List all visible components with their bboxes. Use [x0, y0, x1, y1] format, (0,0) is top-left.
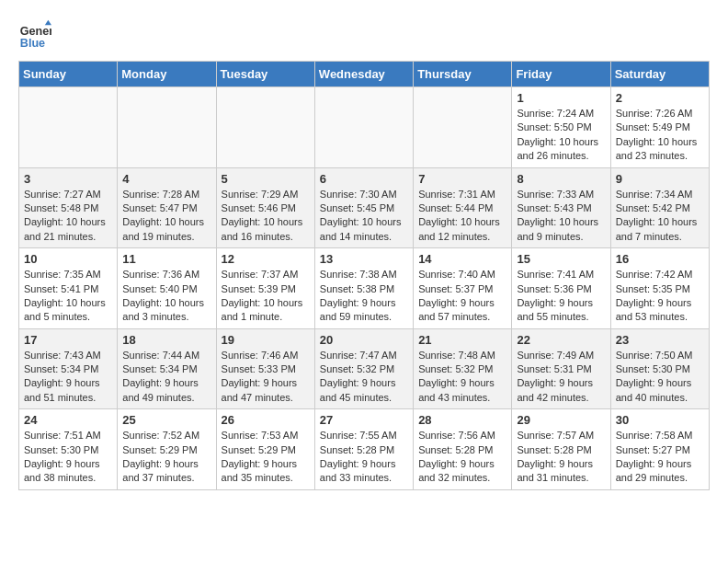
- day-cell: 14Sunrise: 7:40 AM Sunset: 5:37 PM Dayli…: [414, 248, 512, 329]
- day-number: 27: [320, 413, 408, 427]
- day-cell: 24Sunrise: 7:51 AM Sunset: 5:30 PM Dayli…: [19, 409, 118, 490]
- day-cell: 23Sunrise: 7:50 AM Sunset: 5:30 PM Dayli…: [610, 328, 709, 409]
- day-number: 11: [122, 252, 210, 266]
- day-info: Sunrise: 7:40 AM Sunset: 5:37 PM Dayligh…: [418, 268, 506, 325]
- week-row-3: 10Sunrise: 7:35 AM Sunset: 5:41 PM Dayli…: [19, 248, 710, 329]
- logo-icon: General Blue: [18, 18, 51, 52]
- day-cell: 10Sunrise: 7:35 AM Sunset: 5:41 PM Dayli…: [19, 248, 118, 329]
- day-number: 13: [320, 252, 408, 266]
- day-info: Sunrise: 7:28 AM Sunset: 5:47 PM Dayligh…: [122, 188, 210, 245]
- day-info: Sunrise: 7:43 AM Sunset: 5:34 PM Dayligh…: [24, 349, 112, 406]
- day-info: Sunrise: 7:34 AM Sunset: 5:42 PM Dayligh…: [616, 188, 704, 245]
- day-info: Sunrise: 7:31 AM Sunset: 5:44 PM Dayligh…: [418, 188, 506, 245]
- svg-marker-2: [45, 20, 51, 25]
- day-number: 5: [222, 172, 310, 186]
- day-cell: 13Sunrise: 7:38 AM Sunset: 5:38 PM Dayli…: [314, 248, 413, 329]
- day-number: 25: [122, 413, 210, 427]
- day-number: 22: [517, 333, 605, 347]
- day-number: 19: [222, 333, 310, 347]
- logo: General Blue: [18, 18, 55, 52]
- day-info: Sunrise: 7:56 AM Sunset: 5:28 PM Dayligh…: [418, 429, 506, 486]
- header-sunday: Sunday: [19, 62, 118, 87]
- day-number: 17: [24, 333, 112, 347]
- day-number: 26: [222, 413, 310, 427]
- day-cell: 28Sunrise: 7:56 AM Sunset: 5:28 PM Dayli…: [414, 409, 512, 490]
- day-cell: 19Sunrise: 7:46 AM Sunset: 5:33 PM Dayli…: [216, 328, 314, 409]
- day-number: 18: [122, 333, 210, 347]
- day-number: 3: [24, 172, 112, 186]
- week-row-4: 17Sunrise: 7:43 AM Sunset: 5:34 PM Dayli…: [19, 328, 710, 409]
- day-cell: 16Sunrise: 7:42 AM Sunset: 5:35 PM Dayli…: [610, 248, 709, 329]
- day-cell: 7Sunrise: 7:31 AM Sunset: 5:44 PM Daylig…: [414, 167, 512, 248]
- day-number: 10: [24, 252, 112, 266]
- day-number: 1: [517, 91, 605, 105]
- day-number: 4: [122, 172, 210, 186]
- day-info: Sunrise: 7:58 AM Sunset: 5:27 PM Dayligh…: [616, 429, 704, 486]
- week-row-5: 24Sunrise: 7:51 AM Sunset: 5:30 PM Dayli…: [19, 409, 710, 490]
- day-info: Sunrise: 7:55 AM Sunset: 5:28 PM Dayligh…: [320, 429, 408, 486]
- header-monday: Monday: [118, 62, 216, 87]
- header-friday: Friday: [512, 62, 610, 87]
- week-row-1: 1Sunrise: 7:24 AM Sunset: 5:50 PM Daylig…: [19, 87, 710, 168]
- day-cell: 26Sunrise: 7:53 AM Sunset: 5:29 PM Dayli…: [216, 409, 314, 490]
- day-number: 7: [418, 172, 506, 186]
- calendar-body: 1Sunrise: 7:24 AM Sunset: 5:50 PM Daylig…: [19, 87, 710, 490]
- day-number: 9: [616, 172, 704, 186]
- day-number: 6: [320, 172, 408, 186]
- day-cell: 2Sunrise: 7:26 AM Sunset: 5:49 PM Daylig…: [610, 87, 709, 168]
- day-cell: 4Sunrise: 7:28 AM Sunset: 5:47 PM Daylig…: [118, 167, 216, 248]
- day-cell: 3Sunrise: 7:27 AM Sunset: 5:48 PM Daylig…: [19, 167, 118, 248]
- day-number: 2: [616, 91, 704, 105]
- day-cell: 20Sunrise: 7:47 AM Sunset: 5:32 PM Dayli…: [314, 328, 413, 409]
- calendar-table: SundayMondayTuesdayWednesdayThursdayFrid…: [18, 61, 710, 490]
- day-cell: 6Sunrise: 7:30 AM Sunset: 5:45 PM Daylig…: [314, 167, 413, 248]
- day-info: Sunrise: 7:26 AM Sunset: 5:49 PM Dayligh…: [616, 107, 704, 164]
- day-number: 15: [517, 252, 605, 266]
- day-cell: 17Sunrise: 7:43 AM Sunset: 5:34 PM Dayli…: [19, 328, 118, 409]
- day-cell: 11Sunrise: 7:36 AM Sunset: 5:40 PM Dayli…: [118, 248, 216, 329]
- day-cell: 5Sunrise: 7:29 AM Sunset: 5:46 PM Daylig…: [216, 167, 314, 248]
- day-number: 14: [418, 252, 506, 266]
- day-cell: 1Sunrise: 7:24 AM Sunset: 5:50 PM Daylig…: [512, 87, 610, 168]
- day-number: 23: [616, 333, 704, 347]
- day-cell: 21Sunrise: 7:48 AM Sunset: 5:32 PM Dayli…: [414, 328, 512, 409]
- day-cell: 27Sunrise: 7:55 AM Sunset: 5:28 PM Dayli…: [314, 409, 413, 490]
- day-info: Sunrise: 7:37 AM Sunset: 5:39 PM Dayligh…: [222, 268, 310, 325]
- day-cell: 9Sunrise: 7:34 AM Sunset: 5:42 PM Daylig…: [610, 167, 709, 248]
- day-number: 8: [517, 172, 605, 186]
- day-info: Sunrise: 7:50 AM Sunset: 5:30 PM Dayligh…: [616, 349, 704, 406]
- day-cell: 25Sunrise: 7:52 AM Sunset: 5:29 PM Dayli…: [118, 409, 216, 490]
- day-info: Sunrise: 7:52 AM Sunset: 5:29 PM Dayligh…: [122, 429, 210, 486]
- day-number: 12: [222, 252, 310, 266]
- day-info: Sunrise: 7:30 AM Sunset: 5:45 PM Dayligh…: [320, 188, 408, 245]
- header-tuesday: Tuesday: [216, 62, 314, 87]
- day-info: Sunrise: 7:35 AM Sunset: 5:41 PM Dayligh…: [24, 268, 112, 325]
- day-info: Sunrise: 7:57 AM Sunset: 5:28 PM Dayligh…: [517, 429, 605, 486]
- day-number: 21: [418, 333, 506, 347]
- header-saturday: Saturday: [610, 62, 709, 87]
- svg-text:Blue: Blue: [20, 37, 45, 50]
- day-cell: 22Sunrise: 7:49 AM Sunset: 5:31 PM Dayli…: [512, 328, 610, 409]
- header-wednesday: Wednesday: [314, 62, 413, 87]
- day-info: Sunrise: 7:27 AM Sunset: 5:48 PM Dayligh…: [24, 188, 112, 245]
- day-cell: [414, 87, 512, 168]
- day-info: Sunrise: 7:51 AM Sunset: 5:30 PM Dayligh…: [24, 429, 112, 486]
- day-number: 28: [418, 413, 506, 427]
- day-info: Sunrise: 7:42 AM Sunset: 5:35 PM Dayligh…: [616, 268, 704, 325]
- day-info: Sunrise: 7:33 AM Sunset: 5:43 PM Dayligh…: [517, 188, 605, 245]
- day-cell: 29Sunrise: 7:57 AM Sunset: 5:28 PM Dayli…: [512, 409, 610, 490]
- day-info: Sunrise: 7:41 AM Sunset: 5:36 PM Dayligh…: [517, 268, 605, 325]
- day-cell: [216, 87, 314, 168]
- day-number: 24: [24, 413, 112, 427]
- day-info: Sunrise: 7:29 AM Sunset: 5:46 PM Dayligh…: [222, 188, 310, 245]
- day-number: 16: [616, 252, 704, 266]
- day-info: Sunrise: 7:53 AM Sunset: 5:29 PM Dayligh…: [222, 429, 310, 486]
- page-header: General Blue: [18, 18, 710, 52]
- day-info: Sunrise: 7:24 AM Sunset: 5:50 PM Dayligh…: [517, 107, 605, 164]
- day-info: Sunrise: 7:36 AM Sunset: 5:40 PM Dayligh…: [122, 268, 210, 325]
- day-info: Sunrise: 7:44 AM Sunset: 5:34 PM Dayligh…: [122, 349, 210, 406]
- day-cell: 18Sunrise: 7:44 AM Sunset: 5:34 PM Dayli…: [118, 328, 216, 409]
- day-cell: 12Sunrise: 7:37 AM Sunset: 5:39 PM Dayli…: [216, 248, 314, 329]
- day-cell: 8Sunrise: 7:33 AM Sunset: 5:43 PM Daylig…: [512, 167, 610, 248]
- day-info: Sunrise: 7:46 AM Sunset: 5:33 PM Dayligh…: [222, 349, 310, 406]
